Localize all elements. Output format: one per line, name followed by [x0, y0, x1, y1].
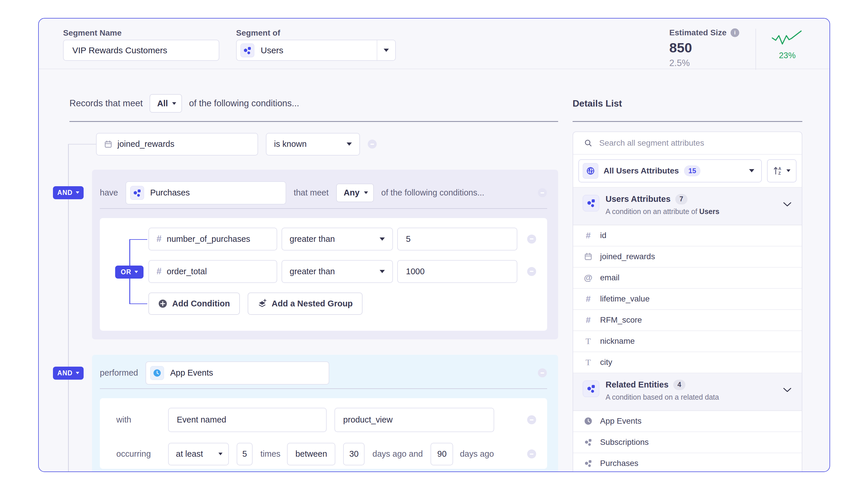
estimated-size-value: 850 [669, 41, 739, 54]
value-input[interactable]: 5 [397, 228, 517, 251]
operator-value: is known [274, 139, 307, 149]
segment-of-value: Users [261, 46, 377, 55]
event-field-select[interactable]: Event named [168, 408, 327, 432]
remove-group-button[interactable] [538, 368, 547, 377]
add-nested-group-button[interactable]: Add a Nested Group [248, 292, 363, 315]
segment-of-field: Segment of Users [236, 28, 396, 61]
details-divider [572, 121, 802, 122]
value-input[interactable]: 1000 [397, 260, 517, 283]
entity-select[interactable]: App Events [146, 362, 329, 384]
attribute-list-item-rfm-score[interactable]: # RFM_score [573, 310, 802, 331]
attribute-list-item-nickname[interactable]: T nickname [573, 331, 802, 352]
attribute-scope-select[interactable]: All Users Attributes 15 [578, 159, 762, 182]
group1-operator-value: Any [344, 188, 360, 198]
attribute-list-item-joined-rewards[interactable]: joined_rewards [573, 247, 802, 267]
attributes-panel: Search all segment attributes All Users … [572, 132, 802, 472]
occurrence-count-input[interactable]: 5 [237, 443, 253, 465]
remove-condition-button[interactable] [527, 415, 536, 424]
chevron-down-icon [172, 102, 176, 105]
segment-of-select[interactable]: Users [236, 40, 396, 61]
attribute-count-badge: 15 [684, 165, 701, 176]
add-condition-button[interactable]: Add Condition [148, 292, 240, 315]
range-end-value: 90 [437, 449, 446, 459]
attribute-input[interactable]: # order_total [148, 260, 277, 283]
sort-alpha-icon: AZ [773, 166, 783, 176]
attribute-list-item-city[interactable]: T city [573, 352, 802, 373]
group1-middle-text: that meet [294, 188, 329, 198]
details-list-panel: Details List Search all segment attribut… [572, 69, 802, 472]
range-start-value: 30 [349, 449, 359, 459]
search-placeholder: Search all segment attributes [599, 138, 704, 148]
entity-list-item-app-events[interactable]: App Events [573, 411, 802, 432]
attribute-item-label: joined_rewards [600, 252, 655, 261]
attribute-list-item-id[interactable]: # id [573, 225, 802, 247]
chevron-down-icon [783, 388, 791, 394]
add-nested-group-label: Add a Nested Group [272, 299, 353, 309]
operator-select[interactable]: is known [266, 133, 360, 155]
condition-tree: AND AND joined_rewards is known [69, 122, 558, 472]
hash-icon: # [586, 294, 591, 304]
content-area: Records that meet All of the following c… [39, 69, 830, 472]
chevron-down-icon [218, 453, 222, 455]
or-operator-badge[interactable]: OR [115, 265, 144, 279]
chevron-down-icon [384, 49, 389, 52]
range-operator-select[interactable]: between [287, 443, 335, 465]
entity-list-item-subscriptions[interactable]: Subscriptions [573, 432, 802, 453]
operator-select[interactable]: greater than [281, 228, 393, 251]
hash-icon: # [157, 234, 161, 244]
attribute-list-item-email[interactable]: @ email [573, 267, 802, 289]
event-value-input[interactable]: product_view [335, 408, 494, 432]
stats-divider [755, 29, 756, 70]
attribute-input[interactable]: # number_of_purchases [148, 228, 277, 251]
group1-operator-select[interactable]: Any [336, 183, 374, 202]
attribute-value: number_of_purchases [167, 234, 250, 244]
attribute-input[interactable]: joined_rewards [96, 133, 258, 155]
condition-row-joined-rewards: joined_rewards is known [96, 133, 558, 155]
calendar-icon [584, 253, 592, 261]
and-operator-badge[interactable]: AND [53, 186, 84, 199]
operator-value: greater than [290, 234, 335, 244]
entity-list-item-purchases[interactable]: Purchases [573, 453, 802, 472]
segment-of-label: Segment of [236, 28, 396, 38]
section-users-attributes[interactable]: Users Attributes 7 A condition on an att… [573, 188, 802, 225]
group2-header-row: performed App Events [100, 362, 547, 384]
remove-condition-button[interactable] [527, 450, 536, 458]
group2-prefix: performed [100, 368, 138, 378]
operator-select[interactable]: greater than [281, 260, 393, 283]
section-count-badge: 4 [673, 380, 686, 390]
clock-icon [584, 417, 593, 425]
calendar-icon [104, 140, 112, 148]
range-suffix-label: days ago [460, 449, 494, 459]
remove-condition-button[interactable] [527, 267, 536, 276]
section-subtitle: A condition based on a related data [606, 393, 719, 401]
hash-icon: # [157, 266, 161, 277]
range-start-input[interactable]: 30 [343, 443, 365, 465]
group1-divider [100, 208, 547, 209]
and-operator-badge[interactable]: AND [53, 367, 84, 380]
remove-group-button[interactable] [538, 188, 547, 197]
segment-name-input[interactable]: VIP Rewards Customers [63, 40, 219, 61]
chevron-down-icon [364, 192, 368, 194]
records-operator-select[interactable]: All [150, 94, 182, 113]
attribute-search-input[interactable]: Search all segment attributes [573, 132, 802, 155]
segment-builder-page: Segment Name VIP Rewards Customers Segme… [0, 0, 868, 490]
details-list-title: Details List [572, 98, 802, 109]
occurrence-operator-select[interactable]: at least [168, 443, 229, 465]
group1-actions-row: Add Condition Add a Nested Group [148, 292, 547, 315]
range-middle-label: days ago and [372, 449, 423, 459]
remove-condition-button[interactable] [527, 235, 536, 243]
sort-attributes-button[interactable]: AZ [767, 159, 797, 182]
attribute-list-item-lifetime-value[interactable]: # lifetime_value [573, 289, 802, 310]
hash-icon: # [586, 315, 591, 325]
occurrence-row: occurring at least 5 times [116, 443, 547, 465]
event-field-value: Event named [177, 415, 226, 425]
entity-select[interactable]: Purchases [126, 181, 286, 204]
section-related-entities[interactable]: Related Entities 4 A condition based on … [573, 373, 802, 411]
segment-of-caret-zone[interactable] [377, 40, 395, 60]
info-icon[interactable]: i [731, 28, 739, 37]
range-end-input[interactable]: 90 [431, 443, 453, 465]
plus-circle-icon [158, 299, 167, 308]
attribute-value: order_total [167, 267, 207, 276]
chevron-down-icon [380, 237, 385, 241]
remove-condition-button[interactable] [368, 140, 377, 149]
